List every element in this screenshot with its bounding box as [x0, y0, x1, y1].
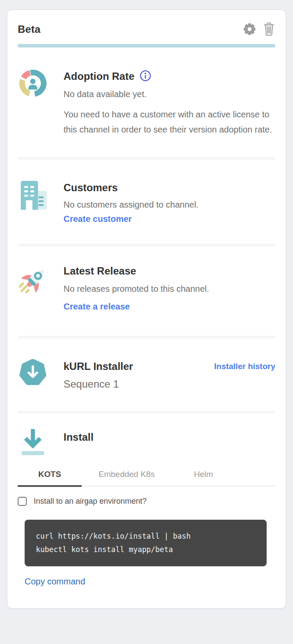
- divider: [18, 411, 275, 414]
- channel-card: Beta: [7, 9, 286, 609]
- create-customer-link[interactable]: Create customer: [64, 214, 132, 224]
- tab-helm[interactable]: Helm: [172, 470, 236, 487]
- create-release-link[interactable]: Create a release: [64, 302, 130, 312]
- adoption-donut-icon: [19, 69, 47, 99]
- airgap-checkbox[interactable]: [18, 497, 27, 506]
- channel-name: Beta: [18, 23, 41, 35]
- customers-title: Customers: [64, 180, 275, 195]
- release-empty-message: No releases promoted to this channel.: [64, 283, 275, 295]
- settings-button[interactable]: [243, 22, 256, 36]
- buildings-icon: [17, 180, 48, 212]
- tab-kots[interactable]: KOTS: [18, 470, 82, 487]
- tab-embedded-k8s[interactable]: Embedded K8s: [95, 470, 159, 487]
- command-line-1: curl https://kots.io/install | bash: [36, 530, 255, 543]
- latest-release-section: Latest Release No releases promoted to t…: [18, 264, 275, 312]
- adoption-rate-title: Adoption Rate: [64, 69, 134, 84]
- installer-history-link[interactable]: Installer history: [214, 359, 276, 374]
- customers-empty-message: No customers assigned to channel.: [64, 199, 275, 211]
- divider: [18, 157, 275, 160]
- install-title: Install: [64, 430, 275, 445]
- delete-button[interactable]: [263, 22, 275, 36]
- install-tabs: KOTS Embedded K8s Helm: [18, 470, 275, 486]
- download-arrow-icon: [20, 426, 45, 458]
- rocket-icon: [16, 264, 50, 298]
- gear-icon: [243, 31, 256, 37]
- airgap-row: Install to an airgap environment?: [18, 497, 275, 506]
- header-actions: [243, 22, 275, 36]
- card-header: Beta: [18, 22, 275, 36]
- adoption-description: You need to have a customer with an acti…: [64, 107, 275, 137]
- airgap-label[interactable]: Install to an airgap environment?: [34, 497, 146, 506]
- kurl-heptagon-icon: [19, 359, 46, 388]
- divider: [18, 336, 275, 338]
- copy-command-link[interactable]: Copy command: [25, 577, 85, 587]
- kurl-installer-section: kURL Installer Installer history Sequenc…: [18, 359, 275, 391]
- installer-sequence: Sequence 1: [64, 377, 275, 391]
- info-icon[interactable]: [140, 70, 151, 82]
- latest-release-title: Latest Release: [64, 264, 275, 278]
- kurl-installer-title: kURL Installer: [64, 359, 133, 374]
- customers-section: Customers No customers assigned to chann…: [18, 180, 275, 224]
- install-section: Install: [18, 426, 275, 458]
- command-line-2: kubectl kots install myapp/beta: [36, 543, 255, 556]
- install-command-block: curl https://kots.io/install | bashkubec…: [25, 520, 267, 566]
- channel-accent-bar: [18, 44, 275, 47]
- adoption-rate-section: Adoption Rate No data available yet. You…: [18, 69, 275, 137]
- divider: [18, 244, 275, 246]
- adoption-empty-message: No data available yet.: [64, 88, 275, 100]
- trash-icon: [263, 31, 275, 38]
